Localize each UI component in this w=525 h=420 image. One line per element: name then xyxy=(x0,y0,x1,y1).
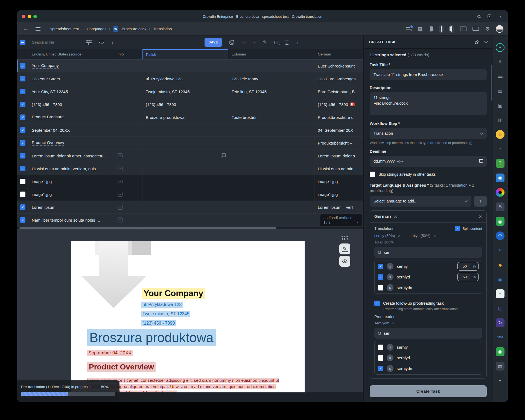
breadcrumb-item[interactable]: Brochure.docx xyxy=(122,27,146,31)
row-checkbox[interactable]: ✓ xyxy=(20,102,25,107)
preview-drag-handle-icon[interactable] xyxy=(341,235,348,240)
skip-strings-checkbox[interactable] xyxy=(370,172,375,177)
grid-view-icon[interactable]: ▦ xyxy=(418,26,423,32)
preview-edit-button[interactable]: ✎ xyxy=(339,243,350,254)
columns-app-icon[interactable]: ◫ xyxy=(496,304,504,313)
percent-box[interactable]: 50% xyxy=(457,262,479,271)
translator-chip[interactable]: serhiyd (50%)✕ xyxy=(408,234,436,238)
ai-suggestions-icon[interactable]: ✦ xyxy=(496,43,504,52)
color-wheel-icon[interactable] xyxy=(496,188,504,197)
browser-menu-icon[interactable]: ⋮ xyxy=(498,14,503,19)
proofreader-chip[interactable]: serhiydm✕ xyxy=(374,321,395,325)
create-task-button[interactable]: Create Task xyxy=(370,385,487,397)
breadcrumb-item[interactable]: spreadsheet-test xyxy=(50,27,79,31)
add-column-icon[interactable]: ◫+ xyxy=(274,39,278,45)
row-checkbox[interactable]: ✓ xyxy=(20,127,25,133)
table-row[interactable]: ✓Ut wisi enim ad minim veniam, quis …✶Ut… xyxy=(17,162,363,175)
language-select[interactable]: Select language to add... xyxy=(370,196,471,207)
remove-chip-icon[interactable]: ✕ xyxy=(398,234,401,238)
row-checkbox[interactable]: ✓ xyxy=(20,76,25,81)
green-eye-app-icon[interactable]: ◉ xyxy=(496,347,504,356)
doc-plus-icon[interactable]: + xyxy=(496,289,504,298)
assignee-checkbox[interactable]: ✓ xyxy=(378,366,383,371)
eye-app-icon[interactable]: ◉ xyxy=(496,174,504,182)
user-avatar[interactable] xyxy=(496,25,503,33)
tm-suggestion-popup[interactable]: asdfasdf asdfasdf1 / 3←→ xyxy=(320,214,362,226)
activity-icon[interactable]: ✎ xyxy=(406,27,412,31)
back-button[interactable]: ← xyxy=(23,26,28,32)
row-checkbox[interactable]: ✓ xyxy=(20,63,25,69)
add-app-icon[interactable]: + xyxy=(496,376,504,385)
breadcrumb[interactable]: spreadsheet-test›3 languages›WBrochure.d… xyxy=(50,26,172,32)
string-info-icon[interactable]: ✶ xyxy=(118,153,122,158)
row-checkbox[interactable]: ✓ xyxy=(20,114,25,120)
workflow-steps-icon[interactable]: ⁞ xyxy=(112,40,113,45)
preview-visibility-button[interactable] xyxy=(339,256,350,267)
column-header-polish[interactable]: Polish xyxy=(142,49,228,59)
row-checkbox[interactable]: ✓ xyxy=(20,153,25,158)
media-eye-icon[interactable]: ◉ xyxy=(496,275,504,284)
scrollbar-thumb[interactable] xyxy=(19,227,276,229)
s-app-icon[interactable]: S xyxy=(496,202,504,211)
close-window-button[interactable] xyxy=(22,15,25,18)
proofreader-search-input[interactable] xyxy=(384,331,479,336)
collapse-panel-icon[interactable] xyxy=(484,40,488,43)
assignee-checkbox[interactable]: ✓ xyxy=(378,274,383,280)
search-input[interactable] xyxy=(32,40,78,45)
table-row[interactable]: ✓(123) 456 - 7890(123) 456 - 7890(123) 4… xyxy=(17,98,363,111)
percent-value[interactable]: 50 xyxy=(459,263,470,269)
string-info-icon[interactable]: ✶ xyxy=(118,205,122,210)
proofreader-search[interactable] xyxy=(374,328,482,339)
translator-search[interactable] xyxy=(374,247,482,258)
calendar-icon[interactable] xyxy=(479,159,483,163)
table-row[interactable]: ✓Product BrochureBroszura produktowaToot… xyxy=(17,111,363,124)
task-title-input[interactable] xyxy=(370,69,487,80)
panel-scrollbar[interactable] xyxy=(491,65,492,101)
assignee-row[interactable]: ✓sserhiy50% xyxy=(378,261,479,272)
breadcrumb-item[interactable]: Translation xyxy=(153,27,172,31)
assignee-row[interactable]: sserhiydm xyxy=(378,282,479,293)
string-details-icon[interactable]: ▤ xyxy=(496,87,504,95)
row-checkbox[interactable]: ✓ xyxy=(20,89,25,94)
keyboard-shortcuts-icon[interactable] xyxy=(472,27,479,31)
machine-translation-icon[interactable]: A xyxy=(496,58,504,66)
percent-box[interactable]: 50% xyxy=(457,273,479,281)
table-row[interactable]: image1.jpg✶image1.jpg xyxy=(17,175,363,188)
table-row[interactable]: ✓123 Your Streetul. Przykładowa 123123 T… xyxy=(17,72,363,85)
column-header-german[interactable]: German xyxy=(314,49,363,59)
string-info-icon[interactable]: ✶ xyxy=(118,192,122,197)
table-row[interactable]: ✓Lorem ipsum dolor sit amet, consectetu…… xyxy=(17,149,363,162)
add-string-icon[interactable]: + xyxy=(252,39,256,46)
pin-icon[interactable] xyxy=(475,40,479,44)
split-content-checkbox[interactable]: ✓ xyxy=(455,226,460,231)
sync-app-icon[interactable]: ↻ xyxy=(496,318,504,327)
string-info-icon[interactable]: ✶ xyxy=(118,179,122,184)
translator-chip[interactable]: serhiy (50%)✕ xyxy=(374,234,401,238)
assignee-checkbox[interactable] xyxy=(378,285,383,290)
create-task-panel-icon[interactable]: ▤ xyxy=(496,362,504,371)
layout-right-toggle[interactable] xyxy=(450,25,454,33)
column-header-source[interactable]: English, United States (source) xyxy=(28,49,114,59)
followup-proofreading-checkbox[interactable]: ✓ xyxy=(374,301,380,306)
assignee-row[interactable]: sserhiy xyxy=(378,342,479,353)
row-height-icon[interactable]: ↕ xyxy=(285,40,289,45)
iate-logo[interactable]: ʼiate xyxy=(497,333,503,342)
string-info-icon[interactable]: ✶ xyxy=(118,166,122,171)
green-app-icon[interactable]: ◉ xyxy=(496,217,504,226)
table-row[interactable]: ✓Your City, ST 12345Twoje miasto, ST 123… xyxy=(17,85,363,98)
row-checkbox[interactable]: ✓ xyxy=(20,217,25,223)
qa-issue-icon[interactable] xyxy=(350,102,355,106)
row-checkbox[interactable] xyxy=(20,192,25,197)
translator-app-icon[interactable]: T xyxy=(496,159,504,168)
table-row[interactable]: ✓Lorem ipsum✶Lorem ipsum – verf xyxy=(17,201,363,214)
settings-gear-icon[interactable]: ⚙ xyxy=(485,26,490,32)
assignee-checkbox[interactable]: ✓ xyxy=(378,264,383,269)
layout-bottom-toggle[interactable] xyxy=(439,25,444,33)
minimize-window-button[interactable] xyxy=(28,15,31,18)
extensions-icon[interactable] xyxy=(488,14,491,18)
string-info-icon[interactable]: ✶ xyxy=(118,218,122,222)
remove-language-icon[interactable]: ✕ xyxy=(479,214,482,219)
copy-source-icon[interactable] xyxy=(220,153,226,159)
remove-chip-icon[interactable]: ✕ xyxy=(392,321,395,325)
row-checkbox[interactable] xyxy=(20,179,25,184)
